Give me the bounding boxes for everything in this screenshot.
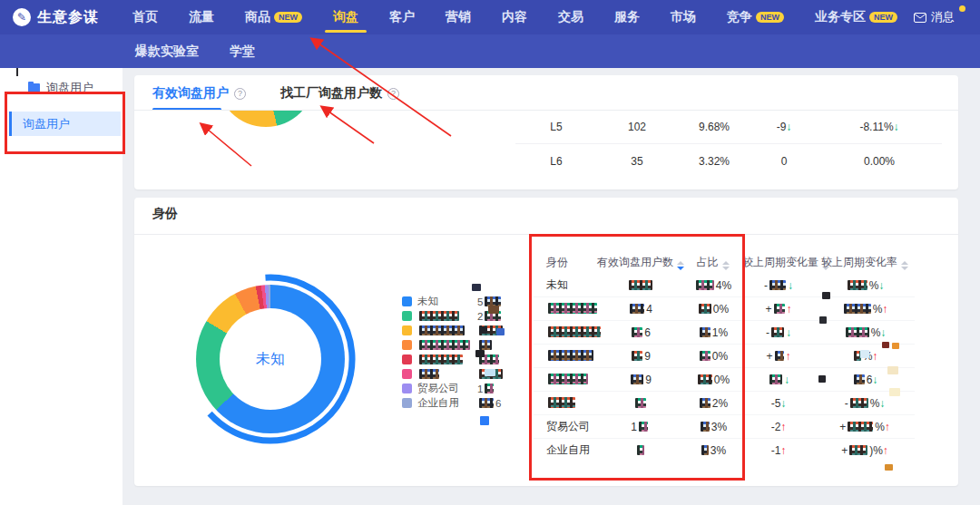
rate-cell: -%↓ [815, 397, 915, 410]
tab-bar: 有效询盘用户 ? 找工厂询盘用户数 ? [152, 85, 399, 102]
count-cell [597, 397, 683, 410]
subnav-item-学堂[interactable]: 学堂 [214, 34, 270, 68]
censored-block [419, 311, 459, 321]
table-cell: 3.32% [677, 155, 751, 168]
sort-icon[interactable] [901, 261, 908, 270]
censored-block [629, 280, 652, 290]
censored-block [631, 374, 643, 384]
censored-block [635, 398, 646, 408]
app-logo[interactable]: ✎ 生意参谋 [13, 8, 99, 27]
legend-item[interactable]: 企业自用6 [402, 398, 505, 408]
nav-item-市场[interactable]: 市场 [655, 0, 711, 34]
censored-block [700, 398, 710, 408]
censored-block [699, 304, 711, 314]
legend-item[interactable] [402, 340, 505, 350]
column-header-label: 较上周期变化率 [821, 256, 897, 268]
censored-block [639, 422, 648, 432]
censor-speck [819, 316, 827, 324]
censored-block [701, 445, 709, 455]
ratio-cell: 3% [683, 444, 742, 457]
legend-item[interactable] [402, 354, 505, 364]
legend-swatch [402, 369, 412, 379]
censored-block [479, 340, 492, 350]
censor-speck [485, 369, 495, 376]
censored-block [700, 327, 710, 337]
nav-item-询盘[interactable]: 询盘 [318, 0, 374, 34]
ratio-cell: 3% [683, 421, 742, 433]
help-icon[interactable]: ? [234, 88, 246, 100]
subnav-item-爆款实验室[interactable]: 爆款实验室 [120, 34, 214, 68]
main-menu: 首页流量商品NEW询盘客户营销内容交易服务市场竞争NEW业务专区NEW [117, 0, 913, 34]
sidebar-group-header[interactable]: 询盘用户 [28, 80, 122, 96]
legend-label [417, 311, 470, 322]
donut-center-label: 未知 [220, 308, 321, 410]
up-arrow-icon: ↑ [883, 444, 888, 457]
identity-name-cell: 贸易公司 [534, 419, 597, 434]
nav-item-流量[interactable]: 流量 [173, 0, 230, 34]
censor-speck [480, 416, 489, 425]
table-row: 未知4%-↓%↓ [534, 274, 915, 296]
censor-speck [887, 366, 898, 374]
censored-block [850, 398, 868, 408]
divider [134, 234, 958, 235]
nav-item-服务[interactable]: 服务 [599, 0, 655, 34]
tab-valid-inquiry-users[interactable]: 有效询盘用户 ? [152, 85, 246, 102]
censored-block [769, 374, 782, 384]
censored-block [769, 280, 786, 290]
sidebar-group-label: 询盘用户 [46, 80, 93, 96]
nav-item-交易[interactable]: 交易 [543, 0, 599, 34]
censored-block [846, 327, 869, 337]
column-header-label: 较上周期变化量 [742, 256, 818, 268]
censor-speck [822, 292, 830, 299]
censor-speck [889, 388, 900, 396]
legend-label: 贸易公司 [417, 382, 470, 395]
up-arrow-icon: ↑ [780, 421, 786, 433]
down-arrow-icon: ↓ [880, 326, 886, 339]
identity-name-cell [534, 303, 597, 316]
change-cell: -↓ [742, 326, 815, 339]
nav-item-业务专区[interactable]: 业务专区NEW [799, 0, 913, 34]
count-cell: 1 [597, 421, 683, 433]
table-cell: L6 [515, 155, 597, 168]
censored-block [548, 303, 597, 314]
subnav-item-label: 爆款实验室 [135, 44, 199, 60]
up-arrow-icon: ↑ [780, 444, 786, 457]
nav-item-label: 商品 [245, 9, 270, 25]
help-icon[interactable]: ? [387, 88, 399, 100]
censored-block [698, 374, 712, 384]
nav-item-竞争[interactable]: 竞争NEW [711, 0, 799, 34]
legend-swatch [402, 398, 412, 408]
up-arrow-icon: ↑ [882, 303, 887, 316]
table-cell: 102 [597, 121, 677, 133]
legend-item[interactable] [402, 325, 505, 335]
censor-speck [860, 350, 869, 358]
sycm-dashboard: ✎ 生意参谋 首页流量商品NEW询盘客户营销内容交易服务市场竞争NEW业务专区N… [0, 0, 980, 505]
table-row: 贸易公司13%-2↑+%↑ [534, 414, 915, 438]
up-arrow-icon: ↑ [885, 421, 890, 433]
tab-factory-inquiry-users[interactable]: 找工厂询盘用户数 ? [280, 85, 399, 102]
legend-swatch [402, 354, 412, 364]
legend-value [477, 340, 494, 351]
nav-item-label: 竞争 [727, 9, 752, 25]
tab-label: 找工厂询盘用户数 [280, 85, 382, 102]
messages-button[interactable]: 消息 [914, 9, 967, 25]
table-row: 90%+↑%↑ [534, 344, 915, 367]
nav-item-营销[interactable]: 营销 [430, 0, 486, 34]
nav-item-首页[interactable]: 首页 [117, 0, 173, 34]
down-arrow-icon: ↓ [786, 121, 791, 133]
new-badge: NEW [274, 12, 302, 23]
censored-block [548, 350, 593, 361]
censored-block [419, 340, 470, 350]
nav-item-商品[interactable]: 商品NEW [230, 0, 318, 34]
nav-item-label: 交易 [558, 9, 583, 25]
rate-cell: 6↓ [815, 374, 915, 386]
legend-swatch [402, 311, 412, 321]
rate-cell: %↓ [815, 326, 915, 339]
legend-item[interactable]: 贸易公司1 [402, 384, 505, 393]
sort-icon[interactable] [722, 261, 730, 270]
nav-item-内容[interactable]: 内容 [486, 0, 543, 34]
identity-name-cell: 未知 [534, 277, 597, 293]
identity-name-cell: 企业自用 [534, 442, 597, 458]
sidebar-item-inquiry-users[interactable]: 询盘用户 [9, 112, 121, 136]
nav-item-客户[interactable]: 客户 [374, 0, 430, 34]
